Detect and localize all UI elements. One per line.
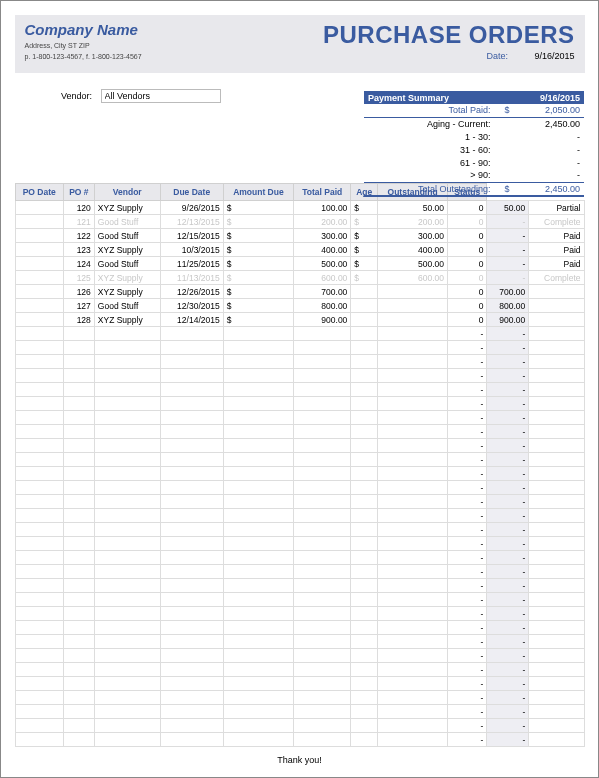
table-row: 125XYZ Supply11/13/2015$600.00$600.000-C… [15, 271, 584, 285]
table-row: -- [15, 593, 584, 607]
table-row: -- [15, 439, 584, 453]
table-row: -- [15, 481, 584, 495]
summary-row-value: - [514, 143, 584, 156]
company-address: Address, City ST ZIP [25, 41, 142, 52]
col-header: Total Paid [294, 184, 351, 201]
table-row: -- [15, 425, 584, 439]
table-row: -- [15, 607, 584, 621]
table-row: -- [15, 523, 584, 537]
table-row: -- [15, 677, 584, 691]
summary-date: 9/16/2015 [514, 91, 584, 104]
table-row: 121Good Stuff12/13/2015$200.00$200.000-C… [15, 215, 584, 229]
table-row: -- [15, 495, 584, 509]
table-row: -- [15, 565, 584, 579]
summary-row-label: > 90: [364, 169, 495, 182]
table-row: -- [15, 705, 584, 719]
table-row: -- [15, 467, 584, 481]
table-row: -- [15, 537, 584, 551]
company-phone: p. 1-800-123-4567, f. 1-800-123-4567 [25, 52, 142, 63]
company-block: Company Name Address, City ST ZIP p. 1-8… [25, 21, 142, 67]
table-row: -- [15, 509, 584, 523]
vendor-label: Vendor: [61, 91, 92, 101]
table-row: -- [15, 691, 584, 705]
total-paid-label: Total Paid: [364, 104, 495, 117]
table-row: -- [15, 635, 584, 649]
summary-title: Payment Summary [364, 91, 495, 104]
table-row: 126XYZ Supply12/26/2015$700.000700.00 [15, 285, 584, 299]
table-row: -- [15, 551, 584, 565]
table-row: -- [15, 579, 584, 593]
page-title: PURCHASE ORDERS [323, 21, 575, 49]
table-row: 124Good Stuff11/25/2015$500.00$500.000-P… [15, 257, 584, 271]
table-row: -- [15, 621, 584, 635]
col-header: PO # [63, 184, 94, 201]
table-row: -- [15, 355, 584, 369]
table-row: -- [15, 733, 584, 747]
summary-row-label: 31 - 60: [364, 143, 495, 156]
col-header: Vendor [94, 184, 160, 201]
total-paid-value: 2,050.00 [514, 104, 584, 117]
summary-row-label: 61 - 90: [364, 156, 495, 169]
outstanding-value: 2,450.00 [514, 182, 584, 196]
payment-summary: Payment Summary9/16/2015 Total Paid:$2,0… [364, 91, 584, 197]
footer-thanks: Thank you! [1, 755, 598, 765]
col-header: Due Date [160, 184, 223, 201]
header-date: Date: 9/16/2015 [323, 51, 575, 61]
summary-row-value: - [514, 169, 584, 182]
table-row: 127Good Stuff12/30/2015$800.000800.00 [15, 299, 584, 313]
col-header: PO Date [15, 184, 63, 201]
company-name: Company Name [25, 21, 142, 38]
table-row: -- [15, 383, 584, 397]
date-value: 9/16/2015 [534, 51, 574, 61]
title-block: PURCHASE ORDERS Date: 9/16/2015 [323, 21, 575, 67]
table-row: 122Good Stuff12/15/2015$300.00$300.000-P… [15, 229, 584, 243]
table-row: -- [15, 719, 584, 733]
col-header: Amount Due [223, 184, 294, 201]
table-row: -- [15, 663, 584, 677]
table-row: -- [15, 411, 584, 425]
table-row: 128XYZ Supply12/14/2015$900.000900.00 [15, 313, 584, 327]
purchase-orders-table: PO DatePO #VendorDue DateAmount DueTotal… [15, 183, 585, 747]
table-row: -- [15, 341, 584, 355]
total-paid-cur: $ [495, 104, 514, 117]
summary-row-label: Aging - Current: [364, 117, 495, 130]
vendor-input[interactable] [101, 89, 221, 103]
outstanding-label: Total Outstanding: [364, 182, 495, 196]
summary-row-label: 1 - 30: [364, 130, 495, 143]
table-row: 123XYZ Supply10/3/2015$400.00$400.000-Pa… [15, 243, 584, 257]
table-row: -- [15, 397, 584, 411]
summary-row-value: - [514, 156, 584, 169]
table-row: -- [15, 327, 584, 341]
table-row: 120XYZ Supply9/26/2015$100.00$50.00050.0… [15, 201, 584, 215]
outstanding-cur: $ [495, 182, 514, 196]
summary-row-value: 2,450.00 [514, 117, 584, 130]
table-row: -- [15, 453, 584, 467]
header-band: Company Name Address, City ST ZIP p. 1-8… [15, 15, 585, 73]
date-label: Date: [486, 51, 508, 61]
table-row: -- [15, 649, 584, 663]
table-row: -- [15, 369, 584, 383]
summary-row-value: - [514, 130, 584, 143]
